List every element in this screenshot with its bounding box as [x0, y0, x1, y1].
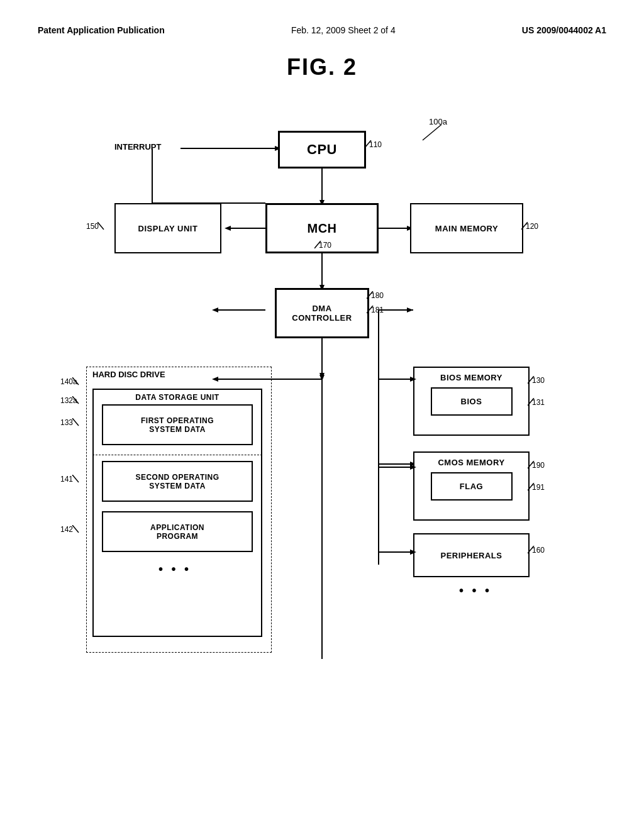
- svg-line-33: [97, 222, 104, 230]
- svg-line-32: [521, 222, 528, 230]
- page-header: Patent Application Publication Feb. 12, …: [38, 25, 606, 35]
- first-os-ref-arrow: [72, 418, 80, 428]
- svg-marker-54: [410, 465, 416, 470]
- system-ref-label: 100a: [429, 117, 447, 126]
- svg-marker-49: [212, 377, 218, 382]
- interrupt-label: INTERRUPT: [114, 142, 161, 152]
- cmos-memory-ref-arrow: [528, 461, 535, 470]
- svg-marker-6: [225, 226, 231, 231]
- first-os-ref: 133: [60, 418, 73, 427]
- display-unit-box: DISPLAY UNIT: [114, 203, 221, 253]
- peripherals-ellipsis: • • •: [459, 584, 492, 598]
- svg-line-38: [528, 461, 534, 468]
- app-program-ref: 142: [60, 525, 73, 534]
- svg-line-40: [528, 546, 534, 553]
- header-center: Feb. 12, 2009 Sheet 2 of 4: [291, 25, 396, 35]
- header-right: US 2009/0044002 A1: [522, 25, 606, 35]
- figure-title: FIG. 2: [38, 54, 606, 80]
- svg-marker-56: [410, 550, 416, 555]
- main-memory-ref-arrow: [521, 222, 529, 231]
- display-unit-ref-arrow: [97, 222, 105, 231]
- second-os-ref-arrow: [72, 475, 80, 484]
- second-os-ref: 141: [60, 475, 73, 484]
- app-program-ref-arrow: [72, 525, 80, 534]
- dma-bottom-svg: [272, 106, 335, 703]
- svg-line-39: [528, 483, 534, 490]
- page: Patent Application Publication Feb. 12, …: [0, 0, 644, 830]
- svg-marker-52: [410, 377, 416, 382]
- svg-line-43: [72, 418, 79, 426]
- svg-line-30: [365, 140, 371, 148]
- second-os-data-box: SECOND OPERATING SYSTEM DATA: [102, 461, 253, 502]
- flag-ref-arrow: [528, 483, 535, 492]
- application-program-box: APPLICATION PROGRAM: [102, 511, 253, 552]
- first-os-data-box: FIRST OPERATING SYSTEM DATA: [102, 404, 253, 445]
- diagram: 100a INTERRUPT CPU 110 MCH 170 MAIN MEMO…: [52, 106, 592, 703]
- dsu-separator: [92, 455, 262, 455]
- cpu-ref-arrow: [365, 140, 372, 150]
- right-connections-svg: [341, 288, 467, 577]
- svg-line-44: [72, 475, 79, 482]
- svg-line-0: [423, 124, 441, 140]
- peripherals-ref-arrow: [528, 546, 535, 555]
- svg-line-45: [72, 525, 79, 533]
- dsu-ellipsis: • • •: [158, 562, 191, 577]
- header-left: Patent Application Publication: [38, 25, 165, 35]
- svg-marker-29: [212, 307, 218, 313]
- main-memory-box: MAIN MEMORY: [410, 203, 523, 253]
